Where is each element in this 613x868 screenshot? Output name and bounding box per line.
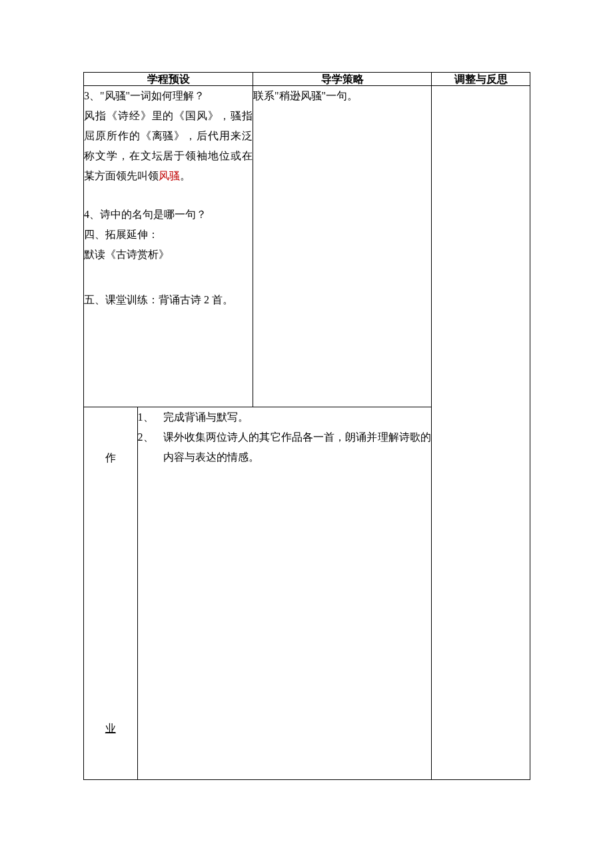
table-body-row: 3、"风骚"一词如何理解？ 风指《诗经》里的《国风》，骚指屈原所作的《离骚》，后… <box>84 86 530 407</box>
question-3-body-red: 风骚 <box>159 170 180 181</box>
homework-label-bottom: 业 <box>105 723 116 734</box>
question-4-block: 4、诗中的名句是哪一句？ 四、拓展延伸： 默读《古诗赏析》 <box>84 205 253 265</box>
document-page: 学程预设 导学策略 调整与反思 3、"风骚"一词如何理解？ 风指《诗经》里的《国… <box>0 0 613 868</box>
question-3-title: 3、"风骚"一词如何理解？ <box>84 86 253 106</box>
homework-item-text: 课外收集两位诗人的其它作品各一首，朗诵并理解诗歌的内容与表达的情感。 <box>163 427 432 467</box>
homework-inner-table: 作 业 1、 完成背诵与默写。 2、 课外收集两位诗人的其它作品各一 <box>84 407 431 779</box>
question-3-body-part3: 。 <box>180 170 191 181</box>
header-col-3-text: 调整与反思 <box>454 73 508 85</box>
homework-item-text: 完成背诵与默写。 <box>163 407 432 427</box>
homework-label-cell: 作 业 <box>84 407 137 779</box>
guidance-note: 联系"稍逊风骚"一句。 <box>253 86 431 106</box>
section-4-title: 四、拓展延伸： <box>84 225 253 245</box>
right-content-cell: 联系"稍逊风骚"一句。 <box>253 86 432 407</box>
header-col-1-text: 学程预设 <box>147 73 190 85</box>
section-4-body: 默读《古诗赏析》 <box>84 245 253 265</box>
homework-item-number: 2、 <box>138 427 163 467</box>
homework-label: 作 业 <box>84 453 137 734</box>
homework-outer-cell: 作 业 1、 完成背诵与默写。 2、 课外收集两位诗人的其它作品各一 <box>84 407 432 780</box>
homework-item: 2、 课外收集两位诗人的其它作品各一首，朗诵并理解诗歌的内容与表达的情感。 <box>138 427 432 467</box>
section-5-text: 五、课堂训练：背诵古诗 2 首。 <box>84 290 253 310</box>
header-col-2-text: 导学策略 <box>321 73 364 85</box>
lesson-plan-table: 学程预设 导学策略 调整与反思 3、"风骚"一词如何理解？ 风指《诗经》里的《国… <box>83 72 530 780</box>
reflection-cell <box>432 86 530 780</box>
left-content-cell: 3、"风骚"一词如何理解？ 风指《诗经》里的《国风》，骚指屈原所作的《离骚》，后… <box>84 86 253 407</box>
homework-item: 1、 完成背诵与默写。 <box>138 407 432 427</box>
question-3-body: 风指《诗经》里的《国风》，骚指屈原所作的《离骚》，后代用来泛称文学，在文坛居于领… <box>84 106 253 186</box>
section-5-block: 五、课堂训练：背诵古诗 2 首。 <box>84 290 253 310</box>
question-3-block: 3、"风骚"一词如何理解？ 风指《诗经》里的《国风》，骚指屈原所作的《离骚》，后… <box>84 86 253 186</box>
table-header-row: 学程预设 导学策略 调整与反思 <box>84 73 530 86</box>
header-col-2: 导学策略 <box>253 73 432 86</box>
header-col-3: 调整与反思 <box>432 73 530 86</box>
homework-content-cell: 1、 完成背诵与默写。 2、 课外收集两位诗人的其它作品各一首，朗诵并理解诗歌的… <box>137 407 431 779</box>
question-4-title: 4、诗中的名句是哪一句？ <box>84 205 253 225</box>
homework-item-number: 1、 <box>138 407 163 427</box>
homework-label-top: 作 <box>105 453 116 463</box>
header-col-1: 学程预设 <box>84 73 253 86</box>
